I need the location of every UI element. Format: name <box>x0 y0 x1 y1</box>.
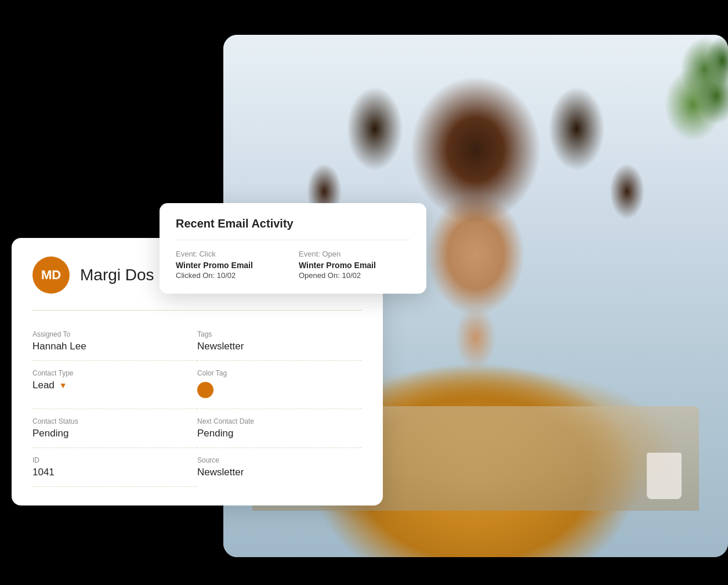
assigned-to-value: Hannah Lee <box>32 341 197 352</box>
event2-label: Event: Open <box>299 250 410 258</box>
source-label: Source <box>197 456 362 464</box>
email-event-1: Event: Click Winter Promo Email Clicked … <box>176 250 287 280</box>
fields-grid: Assigned To Hannah Lee Tags Newsletter C… <box>32 322 362 487</box>
source-value: Newsletter <box>197 467 362 478</box>
event2-detail: Opened On: 10/02 <box>299 271 410 280</box>
next-contact-date-value: Pending <box>197 428 362 439</box>
next-contact-date-label: Next Contact Date <box>197 417 362 425</box>
dropdown-arrow-icon: ▼ <box>59 381 67 390</box>
id-field: ID 1041 <box>32 448 197 487</box>
avatar: MD <box>32 257 70 294</box>
tags-field: Tags Newsletter <box>197 322 362 361</box>
id-value: 1041 <box>32 467 197 478</box>
contact-status-label: Contact Status <box>32 417 197 425</box>
email-activity-card: Recent Email Activity Event: Click Winte… <box>160 203 426 294</box>
color-tag-field: Color Tag <box>197 361 362 409</box>
contact-status-value: Pending <box>32 428 197 439</box>
contact-type-value[interactable]: Lead ▼ <box>32 380 197 391</box>
cup-prop <box>647 453 682 499</box>
contact-type-text: Lead <box>32 380 55 391</box>
event1-detail: Clicked On: 10/02 <box>176 271 287 280</box>
tags-value: Newsletter <box>197 341 362 352</box>
header-divider <box>32 310 362 310</box>
contact-name: Margi Dos <box>80 266 154 284</box>
event1-label: Event: Click <box>176 250 287 258</box>
assigned-to-field: Assigned To Hannah Lee <box>32 322 197 361</box>
color-tag-label: Color Tag <box>197 369 362 377</box>
email-activity-title: Recent Email Activity <box>176 217 410 230</box>
event1-name: Winter Promo Email <box>176 261 287 270</box>
email-event-2: Event: Open Winter Promo Email Opened On… <box>299 250 410 280</box>
color-tag-dot[interactable] <box>197 382 213 398</box>
email-activity-divider <box>176 240 410 240</box>
contact-type-field: Contact Type Lead ▼ <box>32 361 197 409</box>
contact-type-label: Contact Type <box>32 369 197 377</box>
email-events-grid: Event: Click Winter Promo Email Clicked … <box>176 250 410 280</box>
event2-name: Winter Promo Email <box>299 261 410 270</box>
contact-status-field: Contact Status Pending <box>32 409 197 448</box>
plants-decoration <box>612 35 728 209</box>
tags-label: Tags <box>197 330 362 338</box>
id-label: ID <box>32 456 197 464</box>
source-field: Source Newsletter <box>197 448 362 487</box>
assigned-to-label: Assigned To <box>32 330 197 338</box>
next-contact-date-field: Next Contact Date Pending <box>197 409 362 448</box>
